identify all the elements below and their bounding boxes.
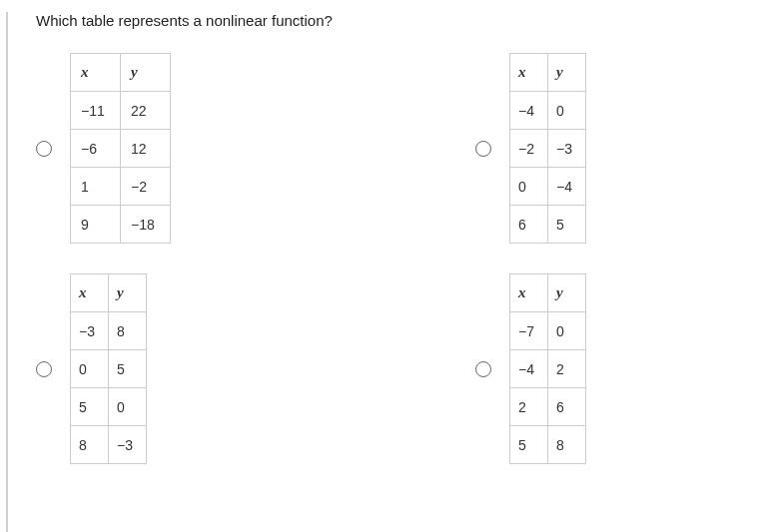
table-header-row: x y [71, 54, 171, 92]
table-row: −3 8 [71, 312, 147, 350]
table-a: x y −11 22 −6 12 1 −2 9 −18 [70, 53, 171, 244]
option-a[interactable]: x y −11 22 −6 12 1 −2 9 −18 [36, 53, 326, 244]
header-y: y [548, 54, 586, 92]
cell-y: −18 [121, 206, 171, 244]
table-row: −4 0 [510, 92, 586, 130]
header-x: x [71, 274, 109, 312]
header-y: y [109, 274, 147, 312]
table-row: 6 5 [510, 206, 586, 244]
table-d: x y −7 0 −4 2 2 6 5 8 [509, 273, 586, 464]
cell-x: −3 [71, 312, 109, 350]
cell-y: −3 [109, 426, 147, 464]
cell-y: 22 [121, 92, 171, 130]
cell-x: 5 [510, 426, 548, 464]
table-header-row: x y [510, 54, 586, 92]
table-row: −7 0 [510, 312, 586, 350]
header-x: x [71, 54, 121, 92]
cell-y: 0 [109, 388, 147, 426]
cell-x: −2 [510, 130, 548, 168]
header-x: x [510, 54, 548, 92]
table-row: −4 2 [510, 350, 586, 388]
cell-y: 8 [548, 426, 586, 464]
table-row: 5 0 [71, 388, 147, 426]
cell-x: −11 [71, 92, 121, 130]
options-grid: x y −11 22 −6 12 1 −2 9 −18 [36, 53, 779, 464]
cell-x: 0 [71, 350, 109, 388]
radio-icon[interactable] [475, 361, 491, 377]
table-row: −2 −3 [510, 130, 586, 168]
table-row: 2 6 [510, 388, 586, 426]
cell-x: −4 [510, 350, 548, 388]
question-text: Which table represents a nonlinear funct… [36, 12, 779, 29]
table-row: 1 −2 [71, 168, 171, 206]
table-b: x y −4 0 −2 −3 0 −4 6 5 [509, 53, 586, 244]
radio-icon[interactable] [36, 141, 52, 157]
question-container: Which table represents a nonlinear funct… [6, 12, 779, 532]
option-c[interactable]: x y −3 8 0 5 5 0 8 −3 [36, 273, 326, 464]
cell-x: 5 [71, 388, 109, 426]
cell-y: −4 [548, 168, 586, 206]
cell-y: 2 [548, 350, 586, 388]
radio-icon[interactable] [475, 141, 491, 157]
option-d[interactable]: x y −7 0 −4 2 2 6 5 8 [475, 273, 765, 464]
cell-y: 5 [109, 350, 147, 388]
cell-x: 8 [71, 426, 109, 464]
cell-x: −4 [510, 92, 548, 130]
table-header-row: x y [71, 274, 147, 312]
table-row: 0 −4 [510, 168, 586, 206]
cell-y: 8 [109, 312, 147, 350]
option-b[interactable]: x y −4 0 −2 −3 0 −4 6 5 [475, 53, 765, 244]
table-row: 9 −18 [71, 206, 171, 244]
header-y: y [548, 274, 586, 312]
header-x: x [510, 274, 548, 312]
cell-x: 1 [71, 168, 121, 206]
cell-y: −2 [121, 168, 171, 206]
radio-icon[interactable] [36, 361, 52, 377]
cell-x: −6 [71, 130, 121, 168]
cell-x: −7 [510, 312, 548, 350]
cell-y: 5 [548, 206, 586, 244]
cell-x: 9 [71, 206, 121, 244]
table-c: x y −3 8 0 5 5 0 8 −3 [70, 273, 147, 464]
cell-y: 12 [121, 130, 171, 168]
table-header-row: x y [510, 274, 586, 312]
cell-y: 0 [548, 312, 586, 350]
cell-y: 6 [548, 388, 586, 426]
header-y: y [121, 54, 171, 92]
cell-y: 0 [548, 92, 586, 130]
cell-y: −3 [548, 130, 586, 168]
table-row: −6 12 [71, 130, 171, 168]
cell-x: 6 [510, 206, 548, 244]
table-row: 5 8 [510, 426, 586, 464]
table-row: 0 5 [71, 350, 147, 388]
table-row: 8 −3 [71, 426, 147, 464]
cell-x: 0 [510, 168, 548, 206]
table-row: −11 22 [71, 92, 171, 130]
cell-x: 2 [510, 388, 548, 426]
